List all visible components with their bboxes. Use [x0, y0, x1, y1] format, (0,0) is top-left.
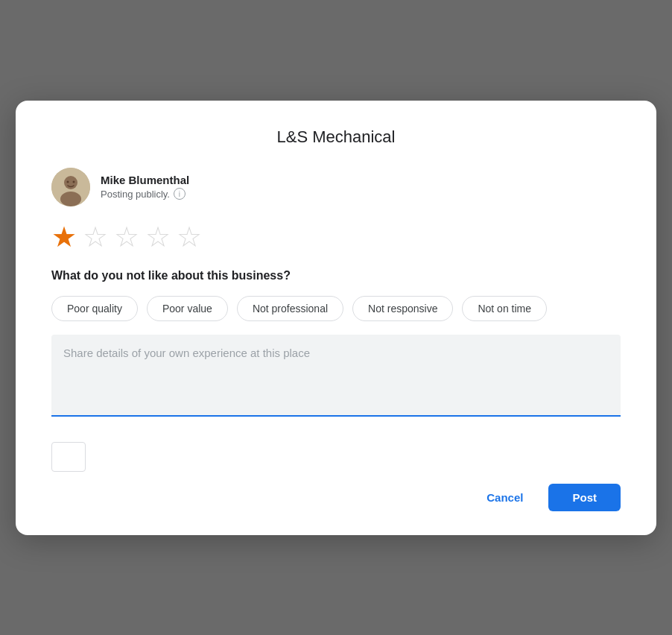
modal-title: L&S Mechanical: [51, 127, 621, 147]
tag-poor-quality[interactable]: Poor quality: [51, 296, 138, 321]
svg-point-4: [73, 180, 75, 183]
actions-row: Cancel Post: [51, 484, 621, 511]
add-photo-button[interactable]: [51, 442, 86, 472]
user-info: Mike Blumenthal Posting publicly. i: [101, 174, 189, 200]
svg-point-3: [67, 180, 69, 183]
review-modal: L&S Mechanical Mike Blumenthal Posting p…: [16, 101, 656, 535]
tag-not-responsive[interactable]: Not responsive: [352, 296, 453, 321]
info-icon[interactable]: i: [174, 188, 186, 200]
textarea-wrapper: [51, 335, 621, 420]
review-textarea[interactable]: [51, 335, 621, 417]
tags-row: Poor quality Poor value Not professional…: [51, 296, 621, 321]
photo-button-row: [51, 440, 621, 472]
tag-poor-value[interactable]: Poor value: [147, 296, 228, 321]
posting-label: Posting publicly.: [101, 189, 170, 200]
stars-row: ★ ☆ ☆ ☆ ☆: [51, 223, 621, 251]
avatar: [51, 168, 90, 206]
tag-not-professional[interactable]: Not professional: [237, 296, 343, 321]
posting-row: Posting publicly. i: [101, 188, 189, 200]
svg-point-2: [60, 192, 81, 206]
cancel-button[interactable]: Cancel: [472, 484, 538, 511]
tag-not-on-time[interactable]: Not on time: [462, 296, 547, 321]
svg-point-1: [64, 176, 77, 189]
user-row: Mike Blumenthal Posting publicly. i: [51, 168, 621, 206]
user-name: Mike Blumenthal: [101, 174, 189, 186]
post-button[interactable]: Post: [548, 484, 621, 511]
star-4[interactable]: ☆: [145, 223, 171, 251]
star-2[interactable]: ☆: [83, 223, 108, 251]
star-1[interactable]: ★: [51, 223, 77, 251]
question-label: What do you not like about this business…: [51, 269, 621, 282]
star-3[interactable]: ☆: [114, 223, 139, 251]
star-5[interactable]: ☆: [177, 223, 202, 251]
